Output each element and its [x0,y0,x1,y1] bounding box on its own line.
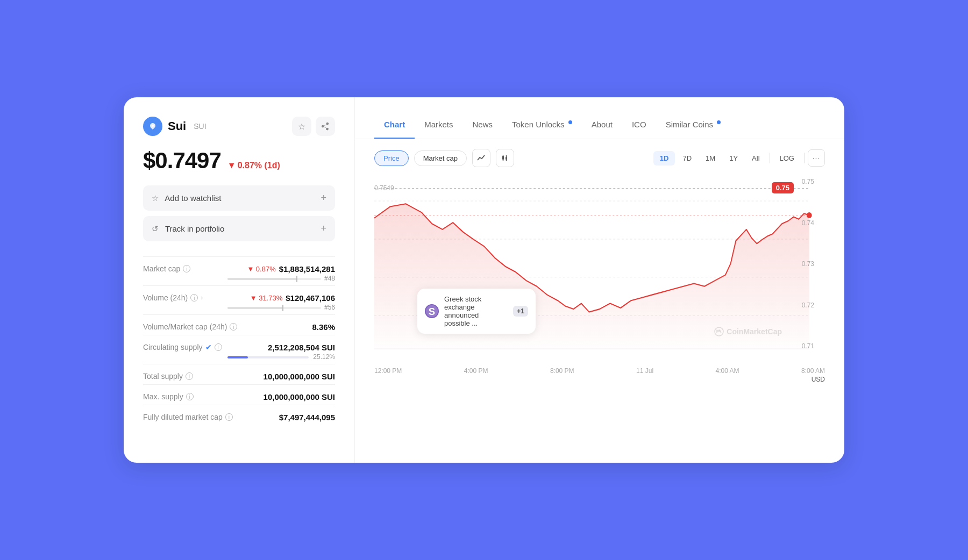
market-cap-rank: #48 [324,275,335,282]
portfolio-label-wrap: ↺ Track in portfolio [152,224,224,234]
usd-label: USD [374,375,825,389]
tab-chart[interactable]: Chart [374,114,415,139]
right-panel: Chart Markets News Token Unlocks About I… [355,97,844,463]
tab-about-label: About [592,120,613,129]
stat-label-market-cap: Market cap i [143,264,190,273]
info-icon-total-supply[interactable]: i [186,372,193,380]
stats-section: Market cap i ▼ 0.87% $1,883,514,281 #48 [143,256,335,425]
time-1y[interactable]: 1Y [723,151,744,166]
time-1m[interactable]: 1M [699,151,722,166]
svg-rect-5 [506,157,507,160]
change-arrow: ▼ [227,161,236,170]
stat-label-fdv: Fully diluted market cap i [143,413,233,421]
info-icon-max-supply[interactable]: i [186,393,194,400]
tab-markets-label: Markets [424,120,453,129]
info-icon-vol-mktcap[interactable]: i [230,323,237,331]
x-label-3: 11 Jul [636,367,653,375]
volume-change: ▼ 31.73% [250,294,283,302]
filter-price[interactable]: Price [374,150,409,166]
more-options-button[interactable]: ··· [808,149,825,167]
coin-identity: Sui SUI [143,117,207,136]
stat-vol-mktcap: Volume/Market cap (24h) i 8.36% [143,314,335,335]
news-bubble[interactable]: S Greek stock exchange announced possibl… [417,289,536,334]
chart-controls-left: Price Market cap [374,149,514,167]
x-label-5: 8:00 AM [801,367,825,375]
news-bubble-text: Greek stock exchange announced possible … [444,295,506,327]
time-7d[interactable]: 7D [676,151,698,166]
info-icon-volume[interactable]: i [190,294,198,301]
coinmarketcap-text: CoinMarketCap [727,327,782,336]
vol-mktcap-value: 8.36% [312,322,335,332]
svg-rect-2 [502,156,504,160]
line-chart-icon-btn[interactable] [472,149,490,167]
stat-market-cap: Market cap i ▼ 0.87% $1,883,514,281 #48 [143,256,335,285]
circ-supply-progress [227,356,309,358]
action-buttons: ☆ Add to watchlist + ↺ Track in portfoli… [143,185,335,241]
svg-point-1 [152,125,154,127]
stat-circ-supply: Circulating supply ✔ i 2,512,208,504 SUI… [143,335,335,364]
x-label-1: 4:00 PM [464,367,488,375]
volume-value: $120,467,106 [286,293,335,303]
tab-token-unlocks-label: Token Unlocks [512,120,565,129]
watchlist-button[interactable]: ☆ Add to watchlist + [143,185,335,211]
token-unlocks-badge [568,120,572,124]
time-divider2 [804,153,805,163]
main-card: Sui SUI ☆ $0.7497 ▼ 0.87% (1d) [124,97,844,463]
stat-right-volume: ▼ 31.73% $120,467,106 #56 [227,293,335,311]
stat-label-max-supply: Max. supply i [143,392,194,401]
stat-label-vol-mktcap: Volume/Market cap (24h) i [143,322,237,331]
stat-right-market-cap: ▼ 0.87% $1,883,514,281 #48 [227,264,335,282]
star-button[interactable]: ☆ [292,117,311,136]
portfolio-button[interactable]: ↺ Track in portfolio + [143,216,335,241]
info-icon-fdv[interactable]: i [225,413,233,421]
stat-meta-market-cap: ▼ 0.87% $1,883,514,281 [247,264,335,274]
time-divider [770,153,770,163]
time-1d[interactable]: 1D [653,151,675,166]
news-bubble-plus[interactable]: +1 [513,306,528,317]
portfolio-label: Track in portfolio [165,224,224,233]
tab-about[interactable]: About [582,114,622,139]
tab-similar-coins-label: Similar Coins [666,120,713,129]
tab-news[interactable]: News [463,114,503,139]
stat-meta-volume: ▼ 31.73% $120,467,106 [250,293,335,303]
current-price-label: 0.75 [772,182,794,193]
header-actions: ☆ [292,117,335,136]
circ-supply-pct: 25.12% [313,353,335,361]
watchlist-plus: + [321,192,326,204]
market-cap-progress [227,278,321,280]
time-all[interactable]: All [745,151,766,166]
filter-market-cap[interactable]: Market cap [414,150,467,166]
volume-progress [227,307,321,309]
stat-label-circ-supply: Circulating supply ✔ i [143,343,222,351]
news-bubble-icon: S [425,304,439,318]
svg-text:S: S [429,306,435,317]
chart-area: 0.7549 [355,173,844,463]
tab-ico[interactable]: ICO [622,114,656,139]
price-change: ▼ 0.87% (1d) [227,161,280,170]
stat-max-supply: Max. supply i 10,000,000,000 SUI [143,384,335,405]
chevron-icon-volume: › [201,294,203,301]
tab-token-unlocks[interactable]: Token Unlocks [502,114,582,139]
tab-markets[interactable]: Markets [415,114,462,139]
candle-chart-icon-btn[interactable] [496,149,514,167]
portfolio-plus: + [321,223,326,234]
info-icon-circ-supply[interactable]: i [215,343,222,351]
time-log[interactable]: LOG [773,151,801,166]
x-label-2: 8:00 PM [550,367,574,375]
verified-icon: ✔ [205,343,212,351]
stat-total-supply: Total supply i 10,000,000,000 SUI [143,364,335,384]
circ-supply-value: 2,512,208,504 SUI [268,343,335,352]
max-supply-value: 10,000,000,000 SUI [264,392,335,401]
tab-similar-coins[interactable]: Similar Coins [656,114,731,139]
stat-volume: Volume (24h) i › ▼ 31.73% $120,467,106 #… [143,285,335,314]
coin-name: Sui [168,119,186,133]
fdv-value: $7,497,444,095 [279,413,335,422]
chart-svg [374,173,825,366]
info-icon-market-cap[interactable]: i [183,265,190,272]
share-button[interactable] [316,117,335,136]
market-cap-change: ▼ 0.87% [247,265,275,273]
watchlist-label: Add to watchlist [165,193,221,203]
chart-controls: Price Market cap [355,139,844,173]
star-icon: ☆ [152,193,159,203]
x-axis-labels: 12:00 PM 4:00 PM 8:00 PM 11 Jul 4:00 AM … [374,367,825,375]
